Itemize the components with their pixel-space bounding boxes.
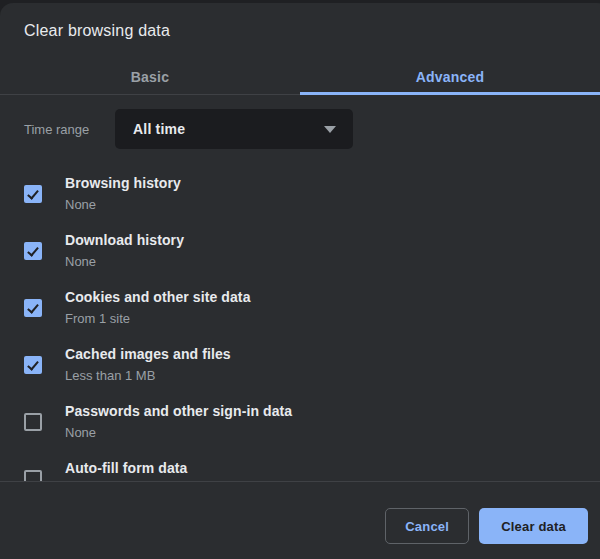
cookies-checkbox[interactable]	[24, 299, 42, 317]
row-text: Passwords and other sign-in data None	[65, 403, 292, 441]
row-label: Download history	[65, 232, 184, 248]
time-range-value: All time	[133, 121, 185, 137]
autofill-checkbox[interactable]	[24, 470, 42, 481]
cached-images-checkbox[interactable]	[24, 356, 42, 374]
row-label: Cached images and files	[65, 346, 231, 362]
data-type-list: Browsing history None Download history N…	[24, 171, 576, 481]
browsing-history-checkbox[interactable]	[24, 185, 42, 203]
row-detail: Less than 1 MB	[65, 368, 231, 384]
dialog-title-bar: Clear browsing data	[0, 3, 600, 59]
tab-basic[interactable]: Basic	[0, 59, 300, 94]
row-browsing-history[interactable]: Browsing history None	[24, 171, 576, 217]
passwords-checkbox[interactable]	[24, 413, 42, 431]
dialog-title: Clear browsing data	[24, 22, 170, 40]
row-passwords[interactable]: Passwords and other sign-in data None	[24, 399, 576, 445]
row-label: Passwords and other sign-in data	[65, 403, 292, 419]
tab-bar: Basic Advanced	[0, 59, 600, 95]
row-label: Browsing history	[65, 175, 181, 191]
tab-advanced[interactable]: Advanced	[300, 59, 600, 94]
row-download-history[interactable]: Download history None	[24, 228, 576, 274]
time-range-label: Time range	[24, 122, 115, 137]
row-detail: None	[65, 254, 184, 270]
row-text: Auto-fill form data	[65, 460, 187, 481]
row-detail: None	[65, 197, 181, 213]
dialog-footer: Cancel Clear data	[0, 481, 600, 544]
row-label: Cookies and other site data	[65, 289, 251, 305]
row-text: Cached images and files Less than 1 MB	[65, 346, 231, 384]
row-detail: From 1 site	[65, 311, 251, 327]
chevron-down-icon	[324, 126, 336, 133]
tab-basic-label: Basic	[131, 69, 169, 85]
cancel-button[interactable]: Cancel	[385, 508, 469, 544]
row-text: Download history None	[65, 232, 184, 270]
dialog-body: Time range All time Browsing history Non…	[0, 95, 600, 481]
time-range-select[interactable]: All time	[115, 109, 353, 149]
row-cached-images[interactable]: Cached images and files Less than 1 MB	[24, 342, 576, 388]
tab-advanced-label: Advanced	[416, 69, 485, 85]
clear-data-button[interactable]: Clear data	[479, 508, 588, 544]
clear-browsing-data-dialog: Clear browsing data Basic Advanced Time …	[0, 3, 600, 559]
row-text: Browsing history None	[65, 175, 181, 213]
time-range-row: Time range All time	[24, 109, 576, 149]
row-text: Cookies and other site data From 1 site	[65, 289, 251, 327]
row-cookies-site-data[interactable]: Cookies and other site data From 1 site	[24, 285, 576, 331]
row-label: Auto-fill form data	[65, 460, 187, 476]
download-history-checkbox[interactable]	[24, 242, 42, 260]
row-detail: None	[65, 425, 292, 441]
row-autofill-form-data[interactable]: Auto-fill form data	[24, 456, 576, 481]
